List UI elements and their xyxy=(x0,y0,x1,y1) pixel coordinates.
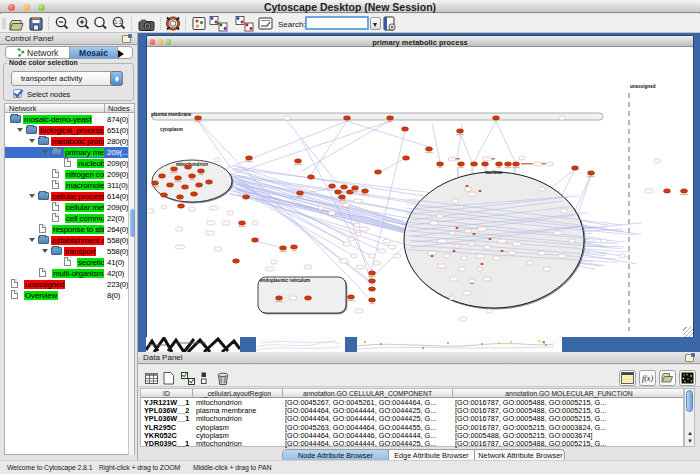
svg-text:plasma membrane: plasma membrane xyxy=(151,112,192,117)
svg-text:nucleus: nucleus xyxy=(485,170,503,175)
svg-text:mitochondrion: mitochondrion xyxy=(176,162,208,167)
svg-text:1:1: 1:1 xyxy=(115,19,122,25)
svg-text:cytoplasm: cytoplasm xyxy=(160,127,183,132)
svg-text:f(x): f(x) xyxy=(642,374,653,383)
svg-text:endoplasmic reticulum: endoplasmic reticulum xyxy=(260,278,310,283)
svg-text:unassigned: unassigned xyxy=(630,84,656,89)
